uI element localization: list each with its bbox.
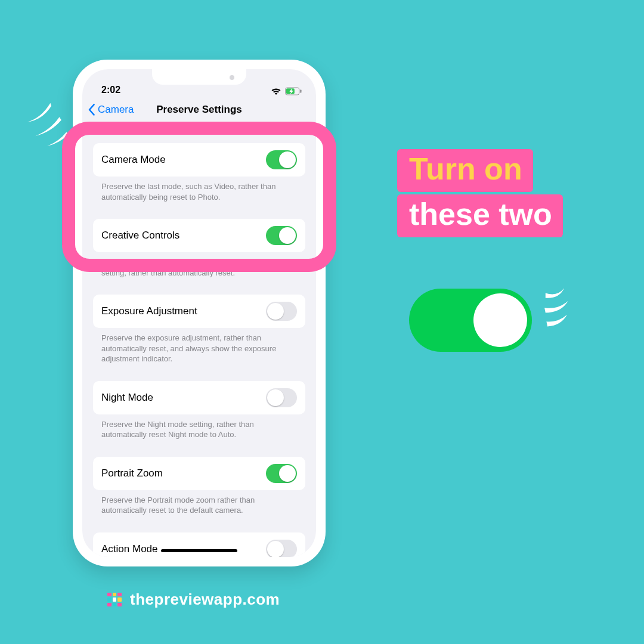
chevron-left-icon [88, 104, 95, 116]
settings-row-label: Exposure Adjustment [101, 305, 197, 317]
settings-row: Exposure Adjustment [93, 295, 305, 328]
brand-footer: thepreviewapp.com [106, 590, 280, 609]
toggle-switch[interactable] [266, 150, 297, 169]
settings-list: Camera ModePreserve the last mode, such … [82, 143, 316, 557]
spark-accent-icon [19, 99, 72, 149]
settings-group: Action ModePreserve the Action mode sett… [93, 532, 305, 557]
callout-line-1: Turn on [397, 149, 533, 192]
settings-row-description: Preserve the last used filter, aspect ra… [93, 252, 305, 278]
toggle-switch[interactable] [266, 302, 297, 321]
settings-row-description: Preserve the last mode, such as Video, r… [93, 177, 305, 202]
settings-row: Camera Mode [93, 143, 305, 177]
spark-accent-icon [541, 286, 576, 330]
settings-group: Exposure AdjustmentPreserve the exposure… [93, 295, 305, 364]
toggle-switch[interactable] [266, 540, 297, 557]
toggle-switch[interactable] [266, 226, 297, 245]
settings-group: Night ModePreserve the Night mode settin… [93, 381, 305, 440]
big-toggle-graphic [409, 289, 532, 352]
settings-row-label: Creative Controls [101, 230, 179, 242]
settings-row-description: Preserve the Night mode setting, rather … [93, 414, 305, 440]
settings-row-label: Action Mode [101, 543, 158, 555]
settings-row-label: Night Mode [101, 392, 153, 404]
settings-row-description: Preserve the Portrait mode zoom rather t… [93, 490, 305, 516]
settings-row-description: Preserve the exposure adjustment, rather… [93, 328, 305, 364]
toggle-switch[interactable] [266, 388, 297, 407]
notch [152, 69, 246, 85]
toggle-switch[interactable] [266, 464, 297, 483]
back-button[interactable]: Camera [88, 104, 134, 116]
callout-text: Turn on these two [397, 148, 563, 235]
home-indicator [161, 549, 237, 552]
status-time: 2:02 [101, 85, 120, 95]
settings-row-label: Portrait Zoom [101, 467, 163, 479]
svg-rect-1 [300, 89, 301, 93]
settings-group: Creative ControlsPreserve the last used … [93, 219, 305, 278]
settings-row: Creative Controls [93, 219, 305, 252]
brand-grid-icon [106, 592, 123, 608]
back-label: Camera [98, 104, 134, 116]
settings-group: Camera ModePreserve the last mode, such … [93, 143, 305, 202]
settings-row: Portrait Zoom [93, 457, 305, 490]
settings-group: Portrait ZoomPreserve the Portrait mode … [93, 457, 305, 516]
settings-row: Night Mode [93, 381, 305, 414]
brand-url: thepreviewapp.com [130, 590, 280, 609]
nav-bar: Camera Preserve Settings [82, 97, 316, 123]
phone-screen: 2:02 [82, 69, 316, 557]
battery-charging-icon [285, 87, 302, 95]
wifi-icon [271, 87, 281, 95]
settings-row-label: Camera Mode [101, 154, 166, 166]
callout-line-2: these two [397, 194, 563, 237]
phone-frame: 2:02 [73, 60, 326, 566]
settings-row: Action Mode [93, 532, 305, 557]
